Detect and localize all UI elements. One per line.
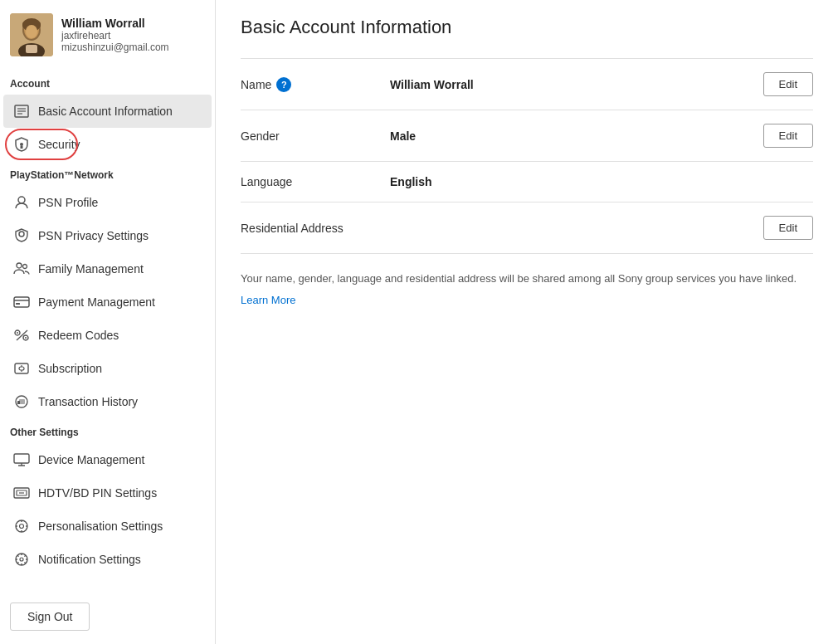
svg-point-16 — [17, 263, 22, 268]
sidebar-item-psn-privacy[interactable]: PSN Privacy Settings — [3, 219, 212, 252]
svg-line-51 — [24, 562, 25, 563]
main-content: Basic Account Information Name ? William… — [216, 0, 838, 644]
sidebar-item-device-management[interactable]: Device Management — [3, 443, 212, 476]
svg-rect-31 — [17, 401, 20, 404]
svg-point-39 — [20, 524, 24, 529]
subscription-icon — [13, 360, 30, 377]
svg-point-45 — [20, 558, 23, 561]
sidebar-item-transaction-history[interactable]: Transaction History — [3, 385, 212, 418]
svg-point-25 — [25, 337, 27, 339]
svg-rect-26 — [15, 363, 28, 373]
gender-label: Gender — [241, 129, 390, 143]
user-profile: William Worrall jaxfireheart mizushinzui… — [0, 0, 215, 70]
name-value: William Worrall — [390, 78, 763, 91]
hdtv-pin-label: HDTV/BD PIN Settings — [38, 486, 157, 500]
family-management-label: Family Management — [38, 262, 144, 276]
address-row: Residential Address Edit — [241, 202, 813, 254]
psn-privacy-icon — [13, 227, 30, 244]
device-management-label: Device Management — [38, 453, 144, 466]
svg-rect-20 — [16, 303, 20, 305]
sidebar-item-security[interactable]: Security — [3, 128, 212, 161]
name-edit-button[interactable]: Edit — [763, 72, 813, 96]
sidebar-item-personalisation[interactable]: Personalisation Settings — [3, 510, 212, 543]
redeem-codes-label: Redeem Codes — [38, 329, 119, 342]
svg-rect-32 — [14, 454, 29, 463]
subscription-label: Subscription — [38, 362, 102, 375]
gender-value: Male — [390, 129, 763, 143]
security-label: Security — [38, 138, 80, 151]
avatar — [10, 13, 53, 56]
notification-icon — [13, 551, 30, 568]
notification-label: Notification Settings — [38, 553, 141, 566]
payment-management-icon — [13, 294, 30, 310]
sidebar-item-basic-account[interactable]: Basic Account Information — [3, 95, 212, 128]
sidebar-item-psn-profile[interactable]: PSN Profile — [3, 186, 212, 219]
redeem-codes-icon — [13, 327, 30, 344]
svg-line-53 — [17, 562, 18, 563]
psn-section-label: PlayStation™Network — [0, 161, 215, 186]
page-title: Basic Account Information — [241, 17, 813, 38]
user-display-name: William Worrall — [61, 17, 169, 30]
address-edit-button[interactable]: Edit — [763, 216, 813, 240]
sidebar-item-redeem-codes[interactable]: Redeem Codes — [3, 319, 212, 352]
svg-rect-6 — [26, 45, 37, 53]
sign-out-button[interactable]: Sign Out — [10, 603, 90, 631]
payment-management-label: Payment Management — [38, 295, 155, 309]
sidebar-item-notification[interactable]: Notification Settings — [3, 543, 212, 576]
name-help-icon[interactable]: ? — [276, 77, 291, 92]
svg-point-17 — [23, 265, 27, 269]
sign-out-area: Sign Out — [0, 589, 215, 644]
svg-point-14 — [18, 197, 25, 203]
device-management-icon — [13, 451, 30, 468]
sidebar-item-family-management[interactable]: Family Management — [3, 252, 212, 285]
other-section-label: Other Settings — [0, 418, 215, 443]
personalisation-label: Personalisation Settings — [38, 520, 163, 533]
svg-line-52 — [24, 555, 25, 556]
basic-account-label: Basic Account Information — [38, 105, 173, 118]
language-label: Language — [241, 175, 390, 188]
user-handle: jaxfireheart — [61, 30, 169, 41]
address-label: Residential Address — [241, 222, 390, 235]
gender-edit-button[interactable]: Edit — [763, 124, 813, 148]
svg-rect-18 — [14, 297, 29, 307]
sidebar-item-subscription[interactable]: Subscription — [3, 352, 212, 385]
svg-point-7 — [26, 25, 37, 38]
family-management-icon — [13, 261, 30, 277]
svg-rect-30 — [19, 399, 25, 404]
transaction-history-icon — [13, 393, 30, 410]
gender-row: Gender Male Edit — [241, 110, 813, 162]
svg-point-15 — [19, 232, 24, 237]
svg-rect-13 — [21, 146, 23, 149]
hdtv-pin-icon — [13, 485, 30, 501]
language-value: English — [390, 175, 813, 188]
language-row: Language English — [241, 162, 813, 202]
info-note: Your name, gender, language and resident… — [241, 271, 813, 287]
personalisation-icon — [13, 518, 30, 534]
security-icon — [13, 136, 30, 153]
svg-line-50 — [17, 555, 18, 556]
svg-point-44 — [16, 554, 27, 565]
svg-point-12 — [20, 143, 23, 146]
sidebar-item-payment-management[interactable]: Payment Management — [3, 285, 212, 319]
transaction-history-label: Transaction History — [38, 395, 138, 408]
psn-profile-icon — [13, 194, 30, 211]
psn-privacy-label: PSN Privacy Settings — [38, 229, 149, 242]
name-label: Name ? — [241, 77, 390, 92]
user-email: mizushinzui@gmail.com — [61, 41, 169, 53]
name-row: Name ? William Worrall Edit — [241, 58, 813, 110]
sidebar: William Worrall jaxfireheart mizushinzui… — [0, 0, 216, 644]
account-section-label: Account — [0, 70, 215, 95]
sidebar-item-hdtv-pin[interactable]: HDTV/BD PIN Settings — [3, 476, 212, 510]
user-info: William Worrall jaxfireheart mizushinzui… — [61, 17, 169, 53]
svg-point-38 — [16, 520, 27, 532]
account-info-icon — [13, 103, 30, 120]
learn-more-link[interactable]: Learn More — [241, 294, 813, 306]
psn-profile-label: PSN Profile — [38, 196, 98, 209]
svg-point-24 — [17, 332, 18, 334]
